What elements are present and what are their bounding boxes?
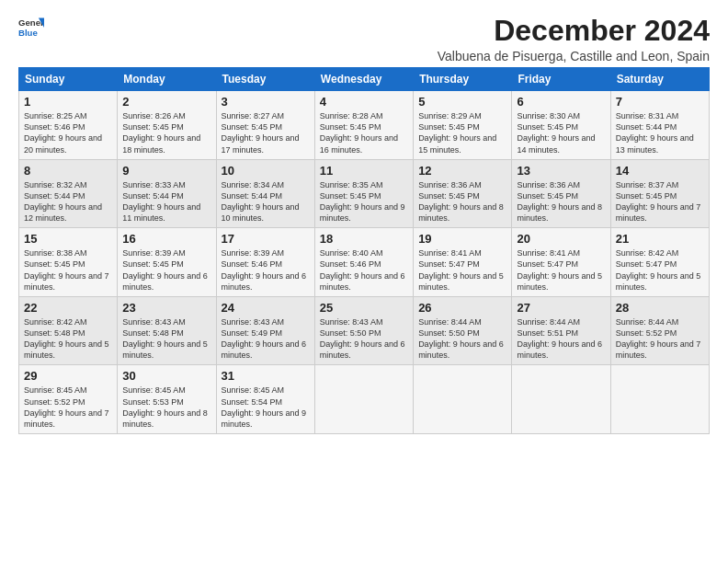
day-number: 29: [24, 369, 112, 383]
weekday-header-row: SundayMondayTuesdayWednesdayThursdayFrid…: [19, 68, 710, 91]
day-number: 28: [616, 301, 704, 315]
day-info: Sunrise: 8:43 AMSunset: 5:48 PMDaylight:…: [122, 316, 210, 362]
day-number: 4: [320, 95, 408, 109]
day-info: Sunrise: 8:25 AMSunset: 5:46 PMDaylight:…: [24, 110, 112, 155]
day-info: Sunrise: 8:39 AMSunset: 5:46 PMDaylight:…: [222, 247, 310, 293]
weekday-header-thursday: Thursday: [414, 68, 512, 91]
calendar-day-cell: 28Sunrise: 8:44 AMSunset: 5:52 PMDayligh…: [610, 296, 709, 365]
calendar-day-cell: 31Sunrise: 8:45 AMSunset: 5:54 PMDayligh…: [216, 365, 314, 434]
day-number: 26: [418, 301, 506, 315]
day-info: Sunrise: 8:35 AMSunset: 5:45 PMDaylight:…: [320, 179, 408, 224]
day-info: Sunrise: 8:31 AMSunset: 5:44 PMDaylight:…: [616, 110, 704, 155]
calendar-day-cell: 29Sunrise: 8:45 AMSunset: 5:52 PMDayligh…: [19, 365, 118, 434]
svg-text:Blue: Blue: [18, 28, 38, 38]
calendar-day-cell: 7Sunrise: 8:31 AMSunset: 5:44 PMDaylight…: [610, 91, 709, 160]
day-info: Sunrise: 8:34 AMSunset: 5:44 PMDaylight:…: [222, 179, 310, 224]
day-info: Sunrise: 8:44 AMSunset: 5:51 PMDaylight:…: [517, 316, 605, 362]
day-number: 27: [517, 301, 605, 315]
calendar-day-cell: 11Sunrise: 8:35 AMSunset: 5:45 PMDayligh…: [314, 159, 413, 228]
day-number: 18: [320, 232, 408, 246]
day-info: Sunrise: 8:43 AMSunset: 5:50 PMDaylight:…: [320, 316, 408, 362]
day-number: 10: [222, 164, 310, 178]
page-header: General Blue December 2024 Valbuena de P…: [18, 15, 710, 63]
day-number: 14: [616, 164, 704, 178]
day-number: 17: [222, 232, 310, 246]
day-number: 7: [616, 95, 704, 109]
day-number: 31: [222, 369, 310, 383]
calendar-day-cell: 17Sunrise: 8:39 AMSunset: 5:46 PMDayligh…: [216, 228, 314, 297]
day-number: 1: [24, 95, 112, 109]
day-number: 20: [517, 232, 605, 246]
day-number: 19: [418, 232, 506, 246]
day-info: Sunrise: 8:26 AMSunset: 5:45 PMDaylight:…: [122, 110, 210, 155]
logo-icon: General Blue: [18, 15, 44, 40]
calendar-day-cell: 16Sunrise: 8:39 AMSunset: 5:45 PMDayligh…: [118, 228, 216, 297]
day-number: 30: [122, 369, 210, 383]
day-info: Sunrise: 8:36 AMSunset: 5:45 PMDaylight:…: [418, 179, 506, 224]
day-number: 6: [517, 95, 605, 109]
month-title: December 2024: [438, 15, 710, 47]
calendar-day-cell: 27Sunrise: 8:44 AMSunset: 5:51 PMDayligh…: [512, 296, 610, 365]
day-info: Sunrise: 8:27 AMSunset: 5:45 PMDaylight:…: [222, 110, 310, 155]
calendar-week-row: 1Sunrise: 8:25 AMSunset: 5:46 PMDaylight…: [19, 91, 710, 160]
day-number: 9: [122, 164, 210, 178]
day-number: 24: [222, 301, 310, 315]
day-number: 3: [222, 95, 310, 109]
calendar-week-row: 22Sunrise: 8:42 AMSunset: 5:48 PMDayligh…: [19, 296, 710, 365]
weekday-header-wednesday: Wednesday: [314, 68, 413, 91]
day-info: Sunrise: 8:42 AMSunset: 5:48 PMDaylight:…: [24, 316, 112, 362]
calendar-day-cell: 12Sunrise: 8:36 AMSunset: 5:45 PMDayligh…: [414, 159, 512, 228]
day-number: 21: [616, 232, 704, 246]
calendar-day-cell: 25Sunrise: 8:43 AMSunset: 5:50 PMDayligh…: [314, 296, 413, 365]
calendar-day-cell: 6Sunrise: 8:30 AMSunset: 5:45 PMDaylight…: [512, 91, 610, 160]
calendar-day-cell: 9Sunrise: 8:33 AMSunset: 5:44 PMDaylight…: [118, 159, 216, 228]
calendar-day-cell: 30Sunrise: 8:45 AMSunset: 5:53 PMDayligh…: [118, 365, 216, 434]
calendar-day-cell: 10Sunrise: 8:34 AMSunset: 5:44 PMDayligh…: [216, 159, 314, 228]
calendar-day-cell: [512, 365, 610, 434]
day-info: Sunrise: 8:44 AMSunset: 5:52 PMDaylight:…: [616, 316, 704, 362]
day-info: Sunrise: 8:30 AMSunset: 5:45 PMDaylight:…: [517, 110, 605, 155]
calendar-day-cell: [414, 365, 512, 434]
logo: General Blue: [18, 15, 44, 40]
calendar-day-cell: 5Sunrise: 8:29 AMSunset: 5:45 PMDaylight…: [414, 91, 512, 160]
day-info: Sunrise: 8:42 AMSunset: 5:47 PMDaylight:…: [616, 247, 704, 293]
calendar-week-row: 15Sunrise: 8:38 AMSunset: 5:45 PMDayligh…: [19, 228, 710, 297]
day-info: Sunrise: 8:43 AMSunset: 5:49 PMDaylight:…: [222, 316, 310, 362]
calendar-day-cell: 21Sunrise: 8:42 AMSunset: 5:47 PMDayligh…: [610, 228, 709, 297]
calendar-week-row: 29Sunrise: 8:45 AMSunset: 5:52 PMDayligh…: [19, 365, 710, 434]
day-number: 13: [517, 164, 605, 178]
weekday-header-monday: Monday: [118, 68, 216, 91]
calendar-day-cell: 26Sunrise: 8:44 AMSunset: 5:50 PMDayligh…: [414, 296, 512, 365]
calendar-day-cell: 22Sunrise: 8:42 AMSunset: 5:48 PMDayligh…: [19, 296, 118, 365]
day-info: Sunrise: 8:40 AMSunset: 5:46 PMDaylight:…: [320, 247, 408, 293]
calendar-day-cell: 4Sunrise: 8:28 AMSunset: 5:45 PMDaylight…: [314, 91, 413, 160]
calendar-table: SundayMondayTuesdayWednesdayThursdayFrid…: [18, 67, 710, 434]
calendar-day-cell: 15Sunrise: 8:38 AMSunset: 5:45 PMDayligh…: [19, 228, 118, 297]
calendar-day-cell: [610, 365, 709, 434]
weekday-header-sunday: Sunday: [19, 68, 118, 91]
location-title: Valbuena de Pisuerga, Castille and Leon,…: [438, 49, 710, 63]
weekday-header-saturday: Saturday: [610, 68, 709, 91]
day-number: 2: [122, 95, 210, 109]
day-info: Sunrise: 8:39 AMSunset: 5:45 PMDaylight:…: [122, 247, 210, 293]
weekday-header-friday: Friday: [512, 68, 610, 91]
title-block: December 2024 Valbuena de Pisuerga, Cast…: [438, 15, 710, 63]
calendar-day-cell: 8Sunrise: 8:32 AMSunset: 5:44 PMDaylight…: [19, 159, 118, 228]
calendar-day-cell: 2Sunrise: 8:26 AMSunset: 5:45 PMDaylight…: [118, 91, 216, 160]
day-number: 22: [24, 301, 112, 315]
calendar-day-cell: 3Sunrise: 8:27 AMSunset: 5:45 PMDaylight…: [216, 91, 314, 160]
day-info: Sunrise: 8:28 AMSunset: 5:45 PMDaylight:…: [320, 110, 408, 155]
day-number: 11: [320, 164, 408, 178]
day-info: Sunrise: 8:45 AMSunset: 5:54 PMDaylight:…: [222, 385, 310, 430]
calendar-week-row: 8Sunrise: 8:32 AMSunset: 5:44 PMDaylight…: [19, 159, 710, 228]
day-info: Sunrise: 8:32 AMSunset: 5:44 PMDaylight:…: [24, 179, 112, 224]
day-info: Sunrise: 8:36 AMSunset: 5:45 PMDaylight:…: [517, 179, 605, 224]
day-info: Sunrise: 8:38 AMSunset: 5:45 PMDaylight:…: [24, 247, 112, 293]
day-number: 12: [418, 164, 506, 178]
calendar-day-cell: 13Sunrise: 8:36 AMSunset: 5:45 PMDayligh…: [512, 159, 610, 228]
day-info: Sunrise: 8:45 AMSunset: 5:53 PMDaylight:…: [122, 385, 210, 430]
day-number: 5: [418, 95, 506, 109]
day-info: Sunrise: 8:41 AMSunset: 5:47 PMDaylight:…: [517, 247, 605, 293]
day-info: Sunrise: 8:37 AMSunset: 5:45 PMDaylight:…: [616, 179, 704, 224]
day-info: Sunrise: 8:41 AMSunset: 5:47 PMDaylight:…: [418, 247, 506, 293]
